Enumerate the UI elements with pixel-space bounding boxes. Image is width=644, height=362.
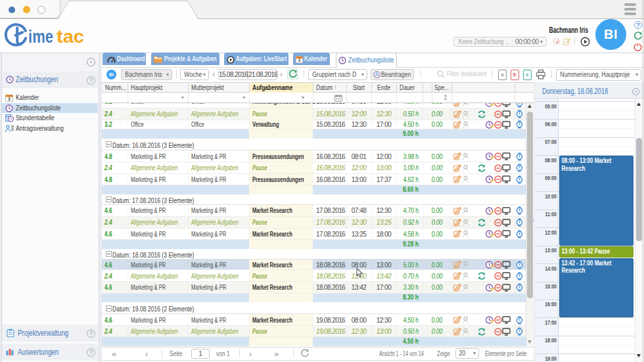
svg-text:tac: tac [57,27,84,47]
svg-text:3: 3 [298,58,301,62]
svg-text:3: 3 [8,97,11,101]
svg-text:ime: ime [28,27,53,47]
